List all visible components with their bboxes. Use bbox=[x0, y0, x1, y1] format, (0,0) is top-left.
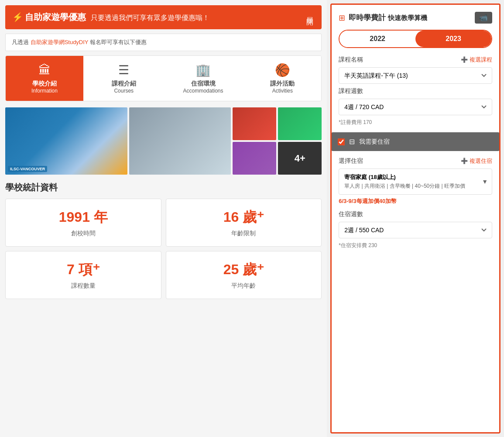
stat-avg-age-label: 平均年齡 bbox=[175, 282, 313, 290]
tab-activities[interactable]: 🏀 課外活動 Activities bbox=[243, 56, 321, 101]
stat-avg-age: 25 歲⁺ 平均年齡 bbox=[166, 251, 322, 299]
stat-courses-value: 7 項⁺ bbox=[14, 260, 152, 279]
year-2023-button[interactable]: 2023 bbox=[415, 31, 491, 47]
right-panel: ⊞ 即時學費計 快速教學算機 📹 2022 2023 課程名稱 ➕ 複選課程 半… bbox=[330, 3, 501, 434]
promo-title: 自助家遊學優惠 bbox=[25, 12, 86, 22]
year-selector: 2022 2023 bbox=[339, 30, 492, 48]
accom-section: 選擇住宿 ➕ 複選住宿 寄宿家庭 (18歲以上) 單人房 | 共用衛浴 | 含早… bbox=[339, 157, 492, 249]
promo-expand-button[interactable]: 展 開 bbox=[305, 11, 315, 13]
stat-founded-label: 創校時間 bbox=[14, 230, 152, 237]
promo-banner[interactable]: ⚡ 自助家遊學優惠 只要透過我們可享有眾多遊學優惠嗡！ 展 開 bbox=[5, 5, 322, 29]
stat-age-value: 16 歲⁺ bbox=[175, 208, 313, 227]
calc-title: 即時學費計 bbox=[349, 14, 386, 22]
accom-surcharge: 6/3-9/3每週加價40加幣 bbox=[339, 197, 492, 205]
accom-fee-note: *住宿安排費 230 bbox=[339, 242, 492, 249]
accom-dropdown-wrapper: 寄宿家庭 (18歲以上) 單人房 | 共用衛浴 | 含早晚餐 | 40~50分鐘… bbox=[339, 169, 492, 195]
photo-more[interactable]: 4+ bbox=[278, 142, 322, 175]
promo-sub-text: 凡透過 bbox=[12, 39, 29, 45]
accom-title: 寄宿家庭 (18歲以上) bbox=[344, 173, 476, 181]
tab-activities-icon: 🏀 bbox=[275, 63, 290, 77]
stat-founded-value: 1991 年 bbox=[14, 208, 152, 227]
stat-age: 16 歲⁺ 年齡限制 bbox=[166, 199, 322, 247]
course-name-label-row: 課程名稱 ➕ 複選課程 bbox=[339, 56, 492, 64]
left-panel: ⚡ 自助家遊學優惠 只要透過我們可享有眾多遊學優惠嗡！ 展 開 凡透過 自助家遊… bbox=[0, 0, 327, 437]
tab-information[interactable]: 🏛 學校介紹 Information bbox=[6, 56, 83, 101]
photo-sm3 bbox=[233, 142, 276, 175]
stat-founded: 1991 年 創校時間 bbox=[5, 199, 161, 247]
tab-courses-en: Courses bbox=[114, 88, 134, 94]
calc-header: ⊞ 即時學費計 快速教學算機 📹 bbox=[339, 12, 492, 24]
accom-checkbox[interactable] bbox=[338, 138, 345, 145]
photo-sm1-bg bbox=[233, 107, 276, 140]
tab-information-en: Information bbox=[31, 88, 58, 94]
accom-label: 我需要住宿 bbox=[359, 138, 390, 146]
accom-select-label: 選擇住宿 bbox=[339, 157, 363, 165]
nav-tabs: 🏛 學校介紹 Information ☰ 課程介紹 Courses 🏢 住宿環境… bbox=[5, 55, 322, 101]
course-name-label: 課程名稱 bbox=[339, 56, 363, 64]
calc-header-icon: ⊞ bbox=[339, 13, 345, 23]
reg-fee-note: *註冊費用 170 bbox=[339, 119, 492, 126]
accom-detail: 單人房 | 共用衛浴 | 含早晚餐 | 40~50分鐘 | 旺季加價 bbox=[344, 182, 476, 190]
promo-content: ⚡ 自助家遊學優惠 只要透過我們可享有眾多遊學優惠嗡！ bbox=[12, 11, 305, 23]
stats-title: 學校統計資料 bbox=[5, 182, 322, 193]
photo-grid: ILSC-VANCOUVER 4+ bbox=[5, 107, 322, 175]
calc-header-titles: 即時學費計 快速教學算機 bbox=[349, 13, 427, 23]
tab-courses[interactable]: ☰ 課程介紹 Courses bbox=[85, 56, 163, 101]
photo-sm1 bbox=[233, 107, 276, 140]
stat-courses-label: 課程數量 bbox=[14, 282, 152, 290]
accom-toggle-row[interactable]: ⊟ 我需要住宿 bbox=[332, 132, 499, 151]
tab-information-icon: 🏛 bbox=[38, 63, 51, 77]
photo-class-bg bbox=[129, 107, 231, 175]
stat-age-label: 年齡限制 bbox=[175, 230, 313, 237]
calc-subtitle: 快速教學算機 bbox=[388, 14, 427, 21]
stat-courses: 7 項⁺ 課程數量 bbox=[5, 251, 161, 299]
year-2022-button[interactable]: 2022 bbox=[339, 31, 415, 47]
add-course-link[interactable]: ➕ 複選課程 bbox=[461, 56, 492, 64]
add-accom-link[interactable]: ➕ 複選住宿 bbox=[461, 157, 492, 165]
tab-accommodations-icon: 🏢 bbox=[195, 63, 211, 77]
tab-accommodations-cn: 住宿環境 bbox=[191, 80, 216, 88]
accom-icon: ⊟ bbox=[349, 138, 355, 146]
tab-accommodations[interactable]: 🏢 住宿環境 Accommodations bbox=[165, 56, 242, 101]
tab-activities-cn: 課外活動 bbox=[270, 80, 295, 88]
promo-sub-banner: 凡透過 自助家遊學網StudyDIY 報名即可享有以下優惠 bbox=[5, 34, 322, 51]
tab-courses-cn: 課程介紹 bbox=[112, 80, 136, 88]
course-weeks-label: 課程週數 bbox=[339, 87, 363, 95]
tab-activities-en: Activities bbox=[272, 88, 293, 94]
course-select[interactable]: 半天英語課程-下午 (13) bbox=[339, 67, 492, 84]
course-weeks-label-row: 課程週數 bbox=[339, 87, 492, 95]
accom-select-label-row: 選擇住宿 ➕ 複選住宿 bbox=[339, 157, 492, 165]
tab-accommodations-en: Accommodations bbox=[183, 88, 223, 94]
photo-sm3-bg bbox=[233, 142, 276, 175]
promo-sub-text2: 報名即可享有以下優惠 bbox=[90, 39, 147, 45]
accom-weeks-label-row: 住宿週數 bbox=[339, 210, 492, 218]
photo-main-bg: ILSC-VANCOUVER bbox=[5, 107, 127, 175]
course-weeks-select[interactable]: 1週 / 180 CAD2週 / 360 CAD3週 / 540 CAD4週 /… bbox=[339, 99, 492, 115]
photo-sm2-bg bbox=[278, 107, 322, 140]
photo-main: ILSC-VANCOUVER bbox=[5, 107, 127, 175]
photo-main-label: ILSC-VANCOUVER bbox=[8, 166, 47, 172]
tab-information-cn: 學校介紹 bbox=[32, 80, 57, 88]
promo-icon: ⚡ bbox=[12, 12, 23, 22]
calc-video-button[interactable]: 📹 bbox=[475, 12, 492, 24]
photo-class bbox=[129, 107, 231, 175]
accom-weeks-label: 住宿週數 bbox=[339, 210, 363, 218]
tab-courses-icon: ☰ bbox=[118, 63, 129, 77]
stats-grid: 1991 年 創校時間 16 歲⁺ 年齡限制 7 項⁺ 課程數量 25 歲⁺ 平… bbox=[5, 199, 322, 299]
stat-avg-age-value: 25 歲⁺ bbox=[175, 260, 313, 279]
photo-sm2 bbox=[278, 107, 322, 140]
promo-subtitle: 只要透過我們可享有眾多遊學優惠嗡！ bbox=[91, 14, 209, 21]
promo-sub-link[interactable]: 自助家遊學網StudyDIY bbox=[31, 39, 89, 45]
accom-dropdown[interactable]: 寄宿家庭 (18歲以上) 單人房 | 共用衛浴 | 含早晚餐 | 40~50分鐘… bbox=[339, 169, 492, 195]
accom-weeks-select[interactable]: 1週 / 275 CAD2週 / 550 CAD3週 / 825 CAD4週 /… bbox=[339, 222, 492, 238]
